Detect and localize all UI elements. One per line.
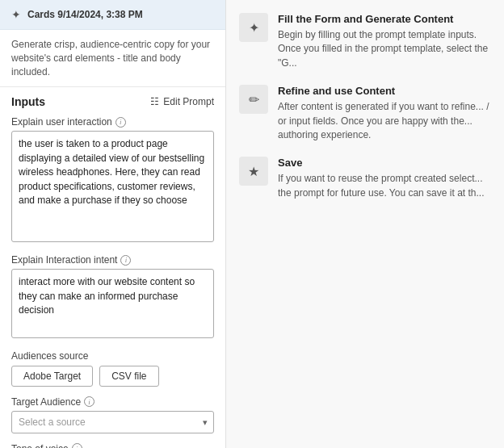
sparkle-icon: ✦	[249, 20, 259, 36]
target-audience-select[interactable]: Select a source	[11, 411, 214, 433]
save-title: Save	[278, 157, 491, 169]
save-content: Save If you want to reuse the prompt cre…	[278, 157, 491, 200]
refine-desc: After content is generated if you want t…	[278, 100, 491, 142]
steps-list: ✦ Fill the Form and Generate Content Beg…	[239, 13, 491, 200]
star-icon: ✦	[11, 8, 21, 21]
interaction-intent-field: Explain Interaction intent i	[11, 254, 214, 341]
user-interaction-textarea[interactable]	[11, 131, 214, 242]
fill-form-desc: Begin by filling out the prompt template…	[278, 28, 491, 70]
pencil-icon: ✏	[249, 92, 259, 107]
adobe-target-button[interactable]: Adobe Target	[11, 366, 93, 387]
interaction-intent-textarea[interactable]	[11, 269, 214, 338]
refine-icon-box: ✏	[239, 85, 268, 114]
target-audience-field: Target Audience i Select a source	[11, 396, 214, 433]
save-desc: If you want to reuse the prompt created …	[278, 172, 491, 200]
edit-prompt-label: Edit Prompt	[163, 96, 214, 107]
tone-of-voice-info-icon[interactable]: i	[72, 443, 82, 448]
fill-form-title: Fill the Form and Generate Content	[278, 13, 491, 25]
inputs-section: Inputs ☷ Edit Prompt Explain user intera…	[0, 87, 225, 448]
save-icon-box: ★	[239, 157, 268, 186]
inputs-title: Inputs	[11, 95, 45, 108]
interaction-intent-label: Explain Interaction intent i	[11, 254, 214, 266]
step-save: ★ Save If you want to reuse the prompt c…	[239, 157, 491, 200]
refine-title: Refine and use Content	[278, 85, 491, 97]
card-title: Cards 9/14/2024, 3:38 PM	[27, 9, 214, 20]
user-interaction-label: Explain user interaction i	[11, 116, 214, 128]
audiences-source-field: Audiences source Adobe Target CSV file	[11, 350, 214, 387]
refine-content: Refine and use Content After content is …	[278, 85, 491, 142]
fill-form-icon-box: ✦	[239, 13, 268, 42]
user-interaction-field: Explain user interaction i	[11, 116, 214, 245]
left-panel: ✦ Cards 9/14/2024, 3:38 PM Generate cris…	[0, 0, 226, 448]
target-audience-label: Target Audience i	[11, 396, 214, 408]
interaction-intent-info-icon[interactable]: i	[120, 255, 131, 266]
audiences-buttons: Adobe Target CSV file	[11, 366, 214, 387]
inputs-header: Inputs ☷ Edit Prompt	[11, 95, 214, 108]
tone-of-voice-field: Tone of voice i	[11, 443, 214, 448]
audiences-source-label: Audiences source	[11, 350, 214, 362]
edit-icon: ☷	[150, 96, 159, 107]
csv-file-button[interactable]: CSV file	[99, 366, 158, 387]
card-header: ✦ Cards 9/14/2024, 3:38 PM	[0, 0, 225, 30]
star-save-icon: ★	[248, 164, 259, 179]
step-fill-form: ✦ Fill the Form and Generate Content Beg…	[239, 13, 491, 70]
target-audience-info-icon[interactable]: i	[84, 396, 94, 407]
step-refine: ✏ Refine and use Content After content i…	[239, 85, 491, 142]
target-audience-select-wrapper: Select a source	[11, 411, 214, 433]
right-panel: ✦ Fill the Form and Generate Content Beg…	[226, 0, 504, 448]
fill-form-content: Fill the Form and Generate Content Begin…	[278, 13, 491, 70]
card-description: Generate crisp, audience-centric copy fo…	[0, 30, 225, 87]
tone-of-voice-label: Tone of voice i	[11, 443, 214, 448]
edit-prompt-button[interactable]: ☷ Edit Prompt	[150, 96, 214, 107]
user-interaction-info-icon[interactable]: i	[116, 117, 126, 128]
